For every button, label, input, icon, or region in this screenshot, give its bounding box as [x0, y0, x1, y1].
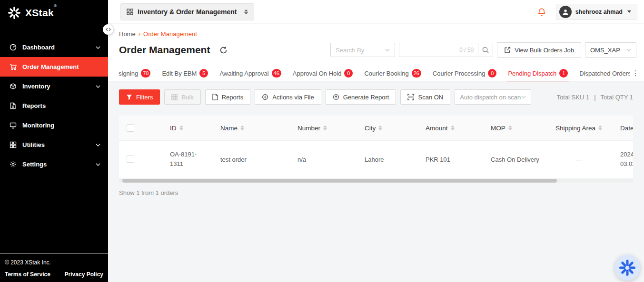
auto-dispatch-select[interactable]: Auto dispatch on scan [455, 89, 531, 105]
tab-label: Courier Booking [364, 70, 408, 77]
sidebar-item-settings[interactable]: Settings [0, 155, 108, 174]
view-bulk-orders-button[interactable]: View Bulk Orders Job [497, 42, 581, 58]
scan-icon [407, 94, 414, 100]
breadcrumb-separator: › [139, 30, 140, 38]
sidebar-item-dashboard[interactable]: Dashboard [0, 38, 108, 57]
breadcrumb-home[interactable]: Home [119, 30, 136, 38]
main-area: Inventory & Order Management shehrooz ah… [108, 0, 644, 282]
box-icon [10, 83, 17, 90]
filters-label: Filters [136, 94, 153, 101]
sidebar-item-label: Order Management [22, 63, 79, 70]
breadcrumb: Home › Order Management [108, 24, 644, 38]
sort-icon [323, 126, 327, 130]
table-row[interactable]: OA-8191-1311 test order n/a Lahore PKR 1… [119, 141, 633, 178]
refresh-button[interactable] [219, 46, 228, 54]
page-header: Order Management Search By 0 / 50 [108, 38, 644, 65]
sort-icon [508, 126, 512, 130]
column-header-amount[interactable]: Amount [426, 125, 491, 132]
column-header-name[interactable]: Name [220, 125, 297, 132]
bulk-button[interactable]: Bulk [164, 89, 200, 105]
column-header-shipping-area[interactable]: Shipping Area [555, 125, 620, 132]
workspace-selector[interactable]: Inventory & Order Management [120, 3, 254, 20]
more-tabs-icon[interactable]: ⋮ [630, 65, 641, 81]
terms-of-service-link[interactable]: Terms of Service [5, 271, 50, 278]
column-header-date[interactable]: Date [620, 125, 633, 132]
xstak-floating-button[interactable] [614, 255, 640, 281]
sort-icon [451, 126, 455, 130]
order-city: Lahore [365, 156, 426, 163]
horizontal-scrollbar[interactable] [119, 179, 633, 183]
tab-label: Pending Dispatch [508, 70, 556, 77]
sort-arrows-icon [244, 10, 248, 14]
chevron-down-icon [626, 49, 631, 51]
sidebar-footer: © 2023 XStak Inc. Terms of Service Priva… [0, 253, 108, 282]
sort-icon [378, 126, 382, 130]
tab-assigning[interactable]: signing 70 [119, 65, 156, 81]
sidebar-item-order-management[interactable]: Order Management [0, 57, 108, 77]
apps-grid-icon [127, 9, 133, 15]
sidebar-item-monitoring[interactable]: Monitoring [0, 116, 108, 135]
export-icon [504, 47, 511, 53]
sidebar-item-utilities[interactable]: Utilities [0, 135, 108, 155]
tab-awaiting-approval[interactable]: Awaiting Approval 46 [214, 65, 287, 81]
search-by-select[interactable]: Search By [330, 43, 395, 57]
column-header-mop[interactable]: MOP [491, 125, 555, 132]
filters-button[interactable]: Filters [119, 89, 160, 105]
oms-select[interactable]: OMS_XAP [585, 42, 636, 58]
sidebar-item-label: Inventory [22, 83, 50, 90]
column-label: MOP [491, 125, 505, 132]
content-area: Filters Bulk Reports Actions via File Ge… [108, 82, 644, 282]
select-all-checkbox[interactable] [127, 124, 134, 132]
chevron-down-icon [96, 163, 100, 166]
sidebar-item-reports[interactable]: Reports [0, 96, 108, 116]
sidebar-collapse-toggle[interactable] [103, 24, 113, 35]
registered-mark: ® [54, 4, 57, 8]
user-menu[interactable]: shehrooz ahmad [556, 4, 637, 20]
tab-edit-by-ebm[interactable]: Edit By EBM 5 [156, 65, 214, 81]
actions-via-file-button[interactable]: Actions via File [255, 89, 321, 105]
row-checkbox[interactable] [127, 155, 134, 163]
user-name: shehrooz ahmad [575, 9, 623, 15]
table-header-row: ID Name Number City Amount MOP Shipping … [119, 116, 633, 141]
tab-dispatched-orders[interactable]: Dispatched Orders [574, 65, 630, 81]
search-input[interactable] [399, 47, 459, 54]
privacy-policy-link[interactable]: Privacy Policy [65, 271, 103, 278]
xstak-logo-icon [8, 6, 21, 19]
tab-approval-on-hold[interactable]: Approval On Hold 0 [287, 65, 359, 81]
chevron-down-icon [385, 49, 390, 51]
scrollbar-thumb[interactable] [122, 179, 557, 183]
reports-button[interactable]: Reports [205, 89, 251, 105]
copyright-text: © 2023 XStak Inc. [5, 259, 103, 266]
avatar [559, 6, 572, 18]
generate-report-label: Generate Report [343, 94, 389, 101]
column-header-id[interactable]: ID [170, 125, 220, 132]
tab-courier-processing[interactable]: Courier Processing 0 [427, 65, 503, 81]
sidebar-item-inventory[interactable]: Inventory [0, 77, 108, 96]
sort-icon [598, 126, 602, 130]
notification-bell-icon[interactable] [537, 7, 546, 17]
page: XStak® Dashboard Order Management Invent… [0, 0, 644, 282]
search-button[interactable] [478, 43, 493, 57]
search-icon [482, 47, 489, 53]
sidebar-item-label: Dashboard [22, 44, 55, 51]
person-icon [562, 8, 569, 16]
count-badge: 46 [272, 69, 281, 78]
count-badge: 0 [344, 69, 353, 78]
column-header-number[interactable]: Number [297, 125, 365, 132]
order-mop: Cash On Delivery [491, 156, 555, 163]
search-field: 0 / 50 [399, 43, 493, 57]
toolbar: Filters Bulk Reports Actions via File Ge… [119, 89, 633, 105]
column-header-city[interactable]: City [365, 125, 426, 132]
upload-circle-icon [333, 94, 339, 100]
tab-courier-booking[interactable]: Courier Booking 26 [358, 65, 426, 81]
generate-report-button[interactable]: Generate Report [326, 89, 396, 105]
chevron-down-icon [96, 144, 100, 146]
cart-icon [10, 63, 17, 70]
xstak-logo: XStak® [0, 0, 108, 24]
results-summary: Show 1 from 1 orders [119, 189, 633, 196]
status-tabs: signing 70 Edit By EBM 5 Awaiting Approv… [108, 65, 644, 82]
tab-label: signing [119, 70, 138, 77]
table-icon [171, 94, 178, 100]
scan-on-button[interactable]: Scan ON [400, 89, 450, 105]
tab-pending-dispatch[interactable]: Pending Dispatch 1 [502, 65, 574, 81]
